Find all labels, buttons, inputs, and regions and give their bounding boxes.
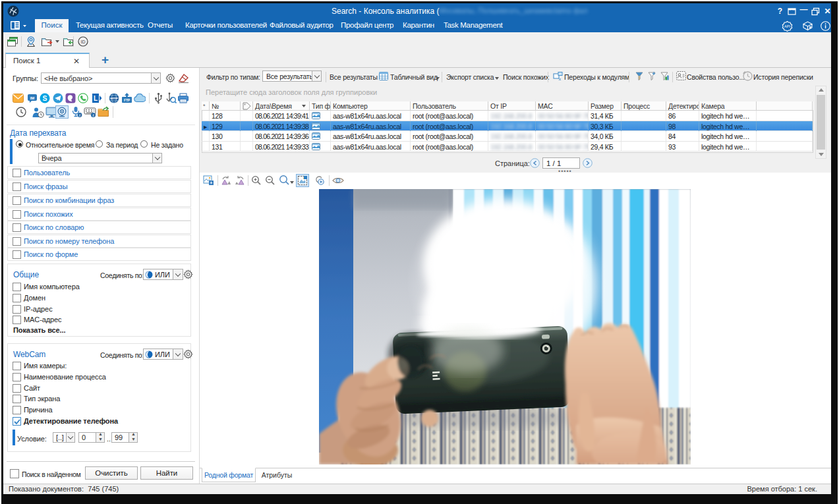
svg-text:FTP: FTP <box>124 98 130 102</box>
svg-text:API: API <box>784 24 790 28</box>
svg-text:L: L <box>94 95 98 102</box>
svg-text:S: S <box>43 94 47 102</box>
svg-text:ID: ID <box>81 40 86 44</box>
svg-text:HTTP: HTTP <box>110 97 117 100</box>
svg-text:IM: IM <box>30 96 35 100</box>
